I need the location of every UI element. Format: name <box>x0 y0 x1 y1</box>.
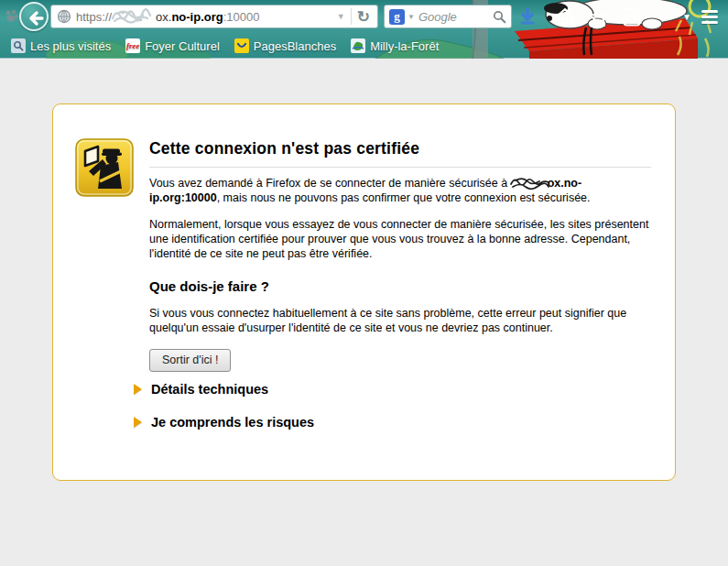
expander-understand-risks[interactable]: Je comprends les risques <box>134 415 314 430</box>
cert-warning-content: Cette connexion n'est pas certifiée Vous… <box>149 139 651 372</box>
bookmark-milly-la-foret[interactable]: Milly-la-Forêt <box>345 37 444 55</box>
search-input[interactable]: Google <box>418 10 493 24</box>
expander-arrow-icon <box>134 417 142 428</box>
bookmark-star-button[interactable] <box>587 5 611 27</box>
what-to-do-heading: Que dois-je faire ? <box>149 278 651 294</box>
expander-arrow-icon <box>134 384 142 395</box>
download-arrow-icon <box>520 8 535 26</box>
google-engine-icon[interactable]: g <box>389 9 405 25</box>
cert-warning-officer-icon <box>75 138 134 197</box>
home-button[interactable] <box>553 5 577 27</box>
bookmark-label: Milly-la-Forêt <box>370 39 439 53</box>
browser-chrome: https://ox.no-ip.org:10000 ▼ ↻ g ▼ Googl… <box>0 0 728 59</box>
expander-label: Détails techniques <box>151 382 268 397</box>
intro-paragraph: Vous avez demandé à Firefox de se connec… <box>149 176 651 205</box>
pagesblanches-smile-favicon <box>234 38 249 53</box>
navigation-toolbar: https://ox.no-ip.org:10000 ▼ ↻ g ▼ Googl… <box>0 0 728 34</box>
page-viewport: Cette connexion n'est pas certifiée Vous… <box>0 60 728 566</box>
star-icon <box>589 7 609 27</box>
url-bar-divider <box>351 8 352 25</box>
bookmark-label: Les plus visités <box>30 39 111 53</box>
expander-label: Je comprends les risques <box>151 415 314 430</box>
url-bar[interactable]: https://ox.no-ip.org:10000 ▼ ↻ <box>50 5 378 28</box>
milly-map-favicon <box>351 38 365 53</box>
redaction-scribble-body <box>509 176 551 190</box>
url-domain: no-ip.org <box>171 10 223 24</box>
bookmark-most-visited[interactable]: Les plus visités <box>5 37 116 55</box>
most-visited-folder-icon <box>11 38 26 53</box>
reload-button[interactable]: ↻ <box>353 9 374 25</box>
theme-paw-icon <box>4 8 20 25</box>
url-history-dropdown-icon[interactable]: ▼ <box>333 12 349 21</box>
url-scheme: https:// <box>76 10 112 24</box>
search-bar[interactable]: g ▼ Google <box>384 5 512 28</box>
bookmark-pagesblanches[interactable]: PagesBlanches <box>229 37 342 55</box>
url-host-tail: ox. <box>156 10 171 24</box>
bookmarks-list-icon <box>623 7 641 27</box>
downloads-button[interactable] <box>516 5 539 27</box>
back-arrow-icon <box>25 7 47 29</box>
bookmark-label: PagesBlanches <box>254 39 336 53</box>
search-icon[interactable] <box>493 10 506 24</box>
globe-icon <box>57 9 71 24</box>
cert-warning-panel: Cette connexion n'est pas certifiée Vous… <box>52 103 676 481</box>
back-button[interactable] <box>19 2 49 31</box>
explanation-paragraph: Normalement, lorsque vous essayez de vou… <box>149 217 651 261</box>
menu-hamburger-button[interactable] <box>698 5 722 27</box>
advice-paragraph: Si vous vous connectez habituellement à … <box>149 306 651 335</box>
redaction-scribble <box>110 7 158 26</box>
bookmarks-toolbar: Les plus visités free Foyer Culturel Pag… <box>0 34 728 58</box>
bookmarks-menu-button[interactable] <box>620 5 644 27</box>
page-title: Cette connexion n'est pas certifiée <box>149 139 651 168</box>
get-me-out-button[interactable]: Sortir d'ici ! <box>149 349 231 372</box>
expander-technical-details[interactable]: Détails techniques <box>134 382 268 397</box>
bookmark-foyer-culturel[interactable]: free Foyer Culturel <box>120 37 225 55</box>
free-favicon: free <box>125 38 140 53</box>
url-port: :10000 <box>223 10 260 24</box>
bookmark-label: Foyer Culturel <box>145 39 220 53</box>
home-icon <box>555 7 575 26</box>
search-engine-dropdown-icon[interactable]: ▼ <box>407 13 415 21</box>
toolbar-overflow-dropdown-icon[interactable]: ▼ <box>675 5 699 27</box>
url-text: https://ox.no-ip.org:10000 <box>76 7 333 26</box>
